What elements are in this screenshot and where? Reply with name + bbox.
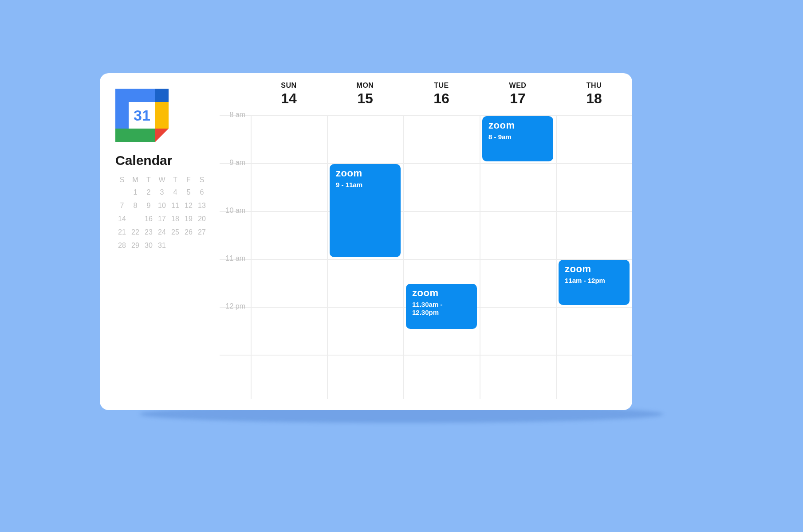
mini-date-cell[interactable]: 31	[155, 240, 169, 251]
mini-dow-label: T	[142, 176, 155, 184]
grid-cell[interactable]	[403, 116, 480, 163]
mini-calendar[interactable]: SMTWTFS 12345678910111213141516171819202…	[115, 176, 209, 251]
event-title: zoom	[336, 168, 394, 178]
event-time-label: 11.30am - 12.30pm	[412, 301, 471, 317]
grid-cell[interactable]	[556, 212, 632, 259]
mini-calendar-header: SMTWTFS	[115, 176, 209, 184]
event-time-label: 9 - 11am	[336, 181, 394, 189]
mini-date-cell[interactable]: 4	[169, 187, 182, 198]
mini-date-cell[interactable]: 19	[182, 213, 195, 225]
grid-cell[interactable]	[327, 260, 403, 307]
grid-cell[interactable]	[556, 356, 632, 399]
grid-cell[interactable]	[480, 356, 556, 399]
day-headers: SUN14MON15TUE16WED17THU18	[220, 73, 632, 115]
mini-dow-label: M	[129, 176, 142, 184]
mini-date-cell[interactable]: 30	[142, 240, 155, 251]
mini-date-cell[interactable]: 5	[182, 187, 195, 198]
time-label: 12 pm	[220, 302, 251, 349]
grid-cell[interactable]	[251, 164, 327, 211]
time-label: 11 am	[220, 254, 251, 301]
grid-cell[interactable]	[251, 260, 327, 307]
hour-row: 9 am	[220, 163, 632, 211]
day-of-week-label: SUN	[251, 82, 327, 90]
mini-date-cell[interactable]: 15	[129, 213, 142, 225]
svg-marker-6	[155, 129, 169, 142]
mini-date-cell[interactable]: 1	[129, 187, 142, 198]
grid-cell[interactable]	[556, 164, 632, 211]
mini-dow-label: S	[195, 176, 209, 184]
calendar-event[interactable]: zoom11.30am - 12.30pm	[406, 284, 477, 329]
google-calendar-icon: 31	[115, 89, 169, 142]
time-label: 10 am	[220, 207, 251, 254]
grid-cell[interactable]	[480, 308, 556, 355]
mini-date-cell[interactable]: 2	[142, 187, 155, 198]
mini-date-cell[interactable]: 7	[115, 200, 129, 211]
grid-cell[interactable]	[556, 308, 632, 355]
mini-date-cell[interactable]: 17	[155, 213, 169, 225]
calendar-title: Calendar	[115, 153, 209, 168]
day-of-week-label: TUE	[403, 82, 480, 90]
day-header: TUE16	[403, 82, 480, 107]
grid-cell[interactable]	[251, 212, 327, 259]
mini-date-cell[interactable]: 8	[129, 200, 142, 211]
grid-cell[interactable]	[251, 116, 327, 163]
svg-rect-3	[155, 102, 169, 129]
mini-date-cell[interactable]: 24	[155, 227, 169, 238]
grid-cell[interactable]	[251, 308, 327, 355]
hour-row	[220, 355, 632, 399]
mini-date-cell[interactable]: 9	[142, 200, 155, 211]
mini-date-cell[interactable]: 21	[115, 227, 129, 238]
svg-rect-4	[115, 129, 155, 142]
mini-date-cell[interactable]: 20	[195, 213, 209, 225]
calendar-icon-date: 31	[134, 107, 150, 124]
mini-date-cell[interactable]: 26	[182, 227, 195, 238]
day-header: THU18	[556, 82, 632, 107]
mini-date-cell[interactable]: 27	[195, 227, 209, 238]
calendar-event[interactable]: zoom11am - 12pm	[559, 260, 630, 305]
calendar-event[interactable]: zoom8 - 9am	[482, 116, 553, 161]
mini-date-cell[interactable]: 29	[129, 240, 142, 251]
mini-date-cell[interactable]: 16	[142, 213, 155, 225]
calendar-event[interactable]: zoom9 - 11am	[330, 164, 401, 257]
mini-date-cell[interactable]: 18	[169, 213, 182, 225]
mini-date-cell[interactable]: 10	[155, 200, 169, 211]
day-of-month-label: 17	[480, 90, 556, 107]
grid-cell[interactable]	[251, 356, 327, 399]
event-time-label: 8 - 9am	[488, 133, 547, 141]
mini-date-cell	[115, 187, 129, 198]
time-label: 9 am	[220, 159, 251, 206]
grid-cell[interactable]	[403, 356, 480, 399]
mini-dow-label: S	[115, 176, 129, 184]
event-time-label: 11am - 12pm	[565, 277, 623, 285]
mini-dow-label: F	[182, 176, 195, 184]
grid-cell[interactable]	[480, 164, 556, 211]
mini-date-cell[interactable]: 3	[155, 187, 169, 198]
mini-date-cell[interactable]: 14	[115, 213, 129, 225]
mini-date-cell[interactable]: 12	[182, 200, 195, 211]
grid-cell[interactable]	[403, 164, 480, 211]
time-label: 8 am	[220, 111, 251, 158]
mini-date-cell[interactable]: 22	[129, 227, 142, 238]
day-header: MON15	[327, 82, 403, 107]
grid-cell[interactable]	[403, 212, 480, 259]
day-of-week-label: MON	[327, 82, 403, 90]
mini-date-cell[interactable]: 6	[195, 187, 209, 198]
mini-date-cell	[195, 240, 209, 251]
grid-cell[interactable]	[480, 260, 556, 307]
grid-cell[interactable]	[327, 356, 403, 399]
event-title: zoom	[412, 288, 471, 298]
day-of-month-label: 14	[251, 90, 327, 107]
grid-cell[interactable]	[480, 212, 556, 259]
time-grid: 8 am9 am10 am11 am12 pmzoom9 - 11amzoom1…	[220, 115, 632, 399]
sidebar: 31 Calendar SMTWTFS 12345678910111213141…	[100, 73, 220, 410]
mini-date-cell[interactable]: 13	[195, 200, 209, 211]
day-of-month-label: 18	[556, 90, 632, 107]
mini-date-cell[interactable]: 25	[169, 227, 182, 238]
mini-date-cell[interactable]: 28	[115, 240, 129, 251]
grid-cell[interactable]	[327, 116, 403, 163]
mini-date-cell[interactable]: 11	[169, 200, 182, 211]
grid-cell[interactable]	[556, 116, 632, 163]
event-title: zoom	[488, 121, 547, 130]
mini-date-cell[interactable]: 23	[142, 227, 155, 238]
grid-cell[interactable]	[327, 308, 403, 355]
